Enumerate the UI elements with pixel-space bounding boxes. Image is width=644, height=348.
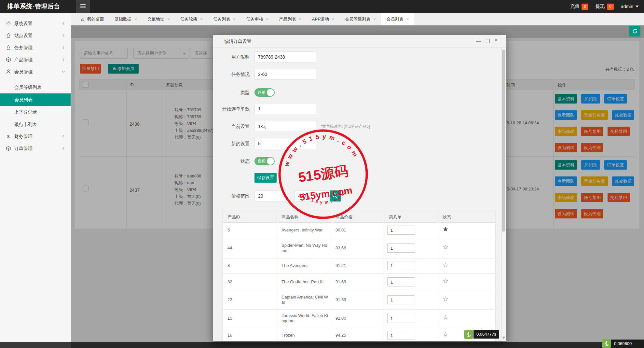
- order-number-input[interactable]: [387, 331, 415, 340]
- star-empty-icon[interactable]: ☆: [443, 261, 448, 268]
- star-empty-icon[interactable]: ☆: [443, 296, 448, 302]
- tab-task-review[interactable]: 任务审核×: [241, 13, 274, 25]
- tab-task-carousel[interactable]: 任务轮播×: [175, 13, 208, 25]
- close-icon[interactable]: ×: [200, 17, 203, 22]
- dollar-icon: $: [6, 134, 11, 139]
- sidebar-item-label: 任务管理: [14, 45, 33, 50]
- product-price: 94.25: [336, 333, 346, 338]
- tab-app-scroll[interactable]: APP滚动×: [307, 13, 340, 25]
- order-number-input[interactable]: [387, 295, 415, 304]
- close-icon[interactable]: ×: [134, 17, 137, 22]
- price-search-button[interactable]: [330, 190, 341, 202]
- tab-my-desktop[interactable]: ⌂ 我的桌面: [76, 13, 109, 25]
- tab-member-list[interactable]: 会员列表×: [381, 13, 414, 25]
- close-icon[interactable]: ×: [494, 36, 498, 44]
- price-min-field[interactable]: [254, 190, 287, 202]
- sidebar-item-member-level-list[interactable]: 会员等级列表: [0, 81, 71, 93]
- user-icon: [6, 69, 11, 74]
- sidebar-item-score-records[interactable]: 上下分记录: [0, 106, 71, 118]
- sidebar-collapse-button[interactable]: [76, 0, 90, 13]
- product-price: 91.21: [336, 263, 346, 268]
- maximize-icon[interactable]: [486, 39, 490, 43]
- product-id: 16: [227, 333, 232, 338]
- product-id: 15: [227, 316, 232, 321]
- sidebar-item-bank-card-list[interactable]: 银行卡列表: [0, 118, 71, 131]
- tab-bar: ⌂ 我的桌面 基础数据× 充值地址× 任务轮播× 任务列表× 任务审核× 产品列…: [71, 13, 644, 25]
- star-empty-icon[interactable]: ☆: [443, 278, 448, 284]
- order-number-input[interactable]: [387, 261, 415, 270]
- chevron-down-icon: [636, 6, 639, 7]
- status-toggle[interactable]: 启用: [254, 157, 275, 165]
- type-label: 类型: [213, 90, 250, 96]
- order-number-input[interactable]: [387, 244, 415, 253]
- top-bar: 排单系统-管理后台 充值 0 提现 0 admin: [0, 0, 644, 13]
- recharge-menu[interactable]: 充值 0: [570, 4, 588, 10]
- thinkphp-logo-icon: [464, 330, 473, 339]
- close-icon[interactable]: ×: [406, 17, 409, 22]
- tab-member-level-list[interactable]: 会员等级列表×: [340, 13, 381, 25]
- start-count-field[interactable]: [254, 103, 316, 114]
- withdraw-menu[interactable]: 提现 0: [596, 4, 614, 10]
- nickname-field[interactable]: [254, 51, 316, 63]
- task-status-label: 任务情况: [213, 72, 250, 77]
- star-empty-icon[interactable]: ☆: [443, 314, 448, 321]
- refresh-button[interactable]: [629, 26, 640, 36]
- close-icon[interactable]: ×: [299, 17, 302, 22]
- close-icon[interactable]: ×: [332, 17, 335, 22]
- star-empty-icon[interactable]: ☆: [443, 244, 448, 250]
- svg-text:$: $: [7, 134, 10, 139]
- close-icon[interactable]: ×: [167, 17, 170, 22]
- product-id: 44: [227, 245, 232, 250]
- product-name: Frozen: [281, 333, 329, 338]
- admin-username: admin: [621, 4, 633, 9]
- chevron-down-icon: [62, 70, 65, 74]
- sidebar-item-task-management[interactable]: 任务管理: [0, 42, 71, 54]
- price-max-field[interactable]: [295, 190, 327, 202]
- tab-product-list[interactable]: 产品列表×: [274, 13, 307, 25]
- scrollbar-down-arrow-icon[interactable]: [502, 337, 505, 339]
- recharge-label: 充值: [570, 4, 579, 9]
- chevron-left-icon: [62, 146, 65, 150]
- current-setting-field[interactable]: [254, 121, 316, 132]
- order-number-input[interactable]: [387, 226, 415, 235]
- tab-basic-data[interactable]: 基础数据×: [109, 13, 142, 25]
- close-icon[interactable]: ×: [373, 17, 376, 22]
- sidebar-item-member-list[interactable]: 会员列表: [0, 93, 71, 106]
- save-settings-button[interactable]: 保存设置: [254, 173, 277, 183]
- member-management-submenu: 会员等级列表 会员列表 上下分记录 银行卡列表: [0, 81, 71, 131]
- product-price: 91.69: [336, 297, 346, 302]
- home-icon: ⌂: [81, 17, 84, 22]
- star-empty-icon[interactable]: ☆: [443, 331, 448, 338]
- close-icon[interactable]: ×: [233, 17, 236, 22]
- minimize-icon[interactable]: [476, 41, 481, 42]
- chevron-left-icon: [62, 46, 65, 49]
- sidebar-item-product-management[interactable]: 产品管理: [0, 54, 71, 66]
- sidebar-item-finance-management[interactable]: $ 财务管理: [0, 131, 71, 143]
- task-status-field[interactable]: [254, 69, 316, 80]
- page-exec-time-badge: 0.060600: [611, 340, 644, 348]
- price-range-dash: -: [289, 193, 291, 198]
- order-number-input[interactable]: [387, 277, 415, 286]
- sidebar-item-order-management[interactable]: 订单管理: [0, 143, 71, 155]
- product-name: Avengers: Infinity War: [281, 228, 329, 233]
- tab-recharge-address[interactable]: 充值地址×: [142, 13, 175, 25]
- product-price: 91.69: [336, 279, 346, 284]
- new-setting-field[interactable]: [254, 138, 316, 149]
- order-number-input[interactable]: [387, 314, 415, 323]
- product-id: 22: [227, 297, 232, 302]
- dialog-scrollbar-thumb[interactable]: [502, 49, 505, 232]
- star-filled-icon[interactable]: ★: [443, 226, 448, 232]
- edit-order-settings-dialog: 编辑订单设置 × 用户昵称 任务情况 类型 连单 开始连单单数 当前设置 *文字…: [213, 35, 506, 341]
- sidebar-item-label: 站点设置: [14, 33, 33, 38]
- sidebar-item-site-settings[interactable]: 站点设置: [0, 30, 71, 42]
- hamburger-icon: [80, 4, 86, 8]
- tab-task-list[interactable]: 任务列表×: [208, 13, 241, 25]
- col-product-name: 商品名称: [281, 214, 298, 220]
- sidebar-item-system-settings[interactable]: 系统设置: [0, 18, 71, 30]
- close-icon[interactable]: ×: [266, 17, 268, 22]
- toggle-knob: [267, 89, 274, 96]
- type-toggle[interactable]: 连单: [254, 88, 275, 97]
- sidebar-item-member-management[interactable]: 会员管理: [0, 66, 71, 78]
- product-id: 82: [227, 279, 232, 284]
- admin-user-menu[interactable]: admin: [621, 4, 639, 9]
